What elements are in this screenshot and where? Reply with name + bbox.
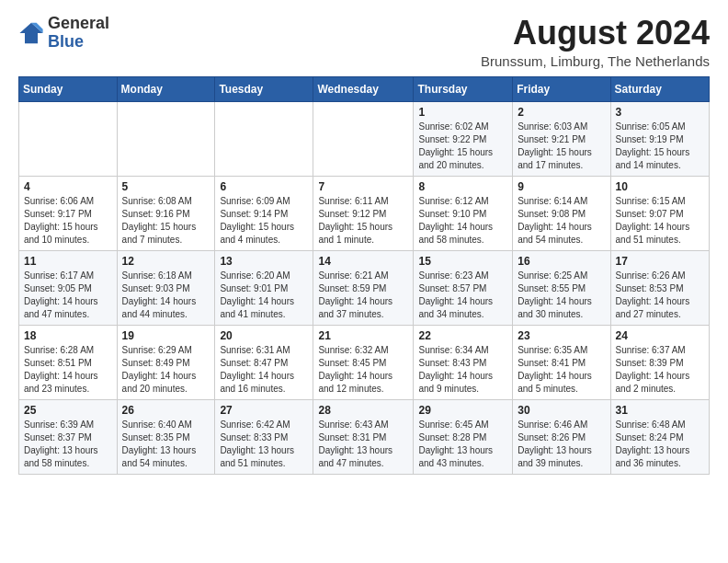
day-info: Sunrise: 6:46 AMSunset: 8:26 PMDaylight:…	[518, 419, 605, 470]
day-info: Sunrise: 6:42 AMSunset: 8:33 PMDaylight:…	[220, 419, 308, 470]
day-number: 30	[518, 404, 605, 417]
day-info: Sunrise: 6:31 AMSunset: 8:47 PMDaylight:…	[220, 344, 308, 396]
day-number: 15	[418, 255, 507, 268]
calendar-day-24: 24Sunrise: 6:37 AMSunset: 8:39 PMDayligh…	[610, 325, 709, 399]
calendar-week-row: 1Sunrise: 6:02 AMSunset: 9:22 PMDaylight…	[19, 101, 710, 176]
title-block: August 2024 Brunssum, Limburg, The Nethe…	[481, 15, 710, 69]
logo-general-text: General	[48, 15, 109, 33]
day-number: 19	[122, 329, 210, 342]
day-number: 5	[122, 180, 210, 193]
day-number: 22	[418, 329, 507, 342]
day-number: 1	[418, 106, 507, 119]
calendar-empty-cell	[215, 101, 313, 176]
weekday-header-tuesday: Tuesday	[215, 76, 313, 101]
calendar-day-27: 27Sunrise: 6:42 AMSunset: 8:33 PMDayligh…	[215, 399, 313, 474]
calendar-day-5: 5Sunrise: 6:08 AMSunset: 9:16 PMDaylight…	[117, 176, 215, 250]
calendar-day-25: 25Sunrise: 6:39 AMSunset: 8:37 PMDayligh…	[19, 399, 118, 474]
day-number: 28	[318, 404, 408, 417]
day-number: 12	[122, 255, 210, 268]
day-number: 16	[518, 255, 605, 268]
calendar-week-row: 25Sunrise: 6:39 AMSunset: 8:37 PMDayligh…	[19, 399, 710, 474]
day-info: Sunrise: 6:15 AMSunset: 9:07 PMDaylight:…	[616, 195, 704, 247]
day-info: Sunrise: 6:17 AMSunset: 9:05 PMDaylight:…	[24, 270, 112, 321]
day-number: 29	[418, 404, 507, 417]
day-number: 3	[616, 106, 704, 119]
calendar-day-22: 22Sunrise: 6:34 AMSunset: 8:43 PMDayligh…	[414, 325, 513, 399]
logo-icon	[18, 20, 44, 46]
calendar-day-31: 31Sunrise: 6:48 AMSunset: 8:24 PMDayligh…	[610, 399, 709, 474]
calendar-empty-cell	[19, 101, 118, 176]
day-number: 20	[220, 329, 308, 342]
calendar-day-14: 14Sunrise: 6:21 AMSunset: 8:59 PMDayligh…	[313, 250, 414, 325]
calendar-day-15: 15Sunrise: 6:23 AMSunset: 8:57 PMDayligh…	[414, 250, 513, 325]
day-info: Sunrise: 6:02 AMSunset: 9:22 PMDaylight:…	[418, 121, 507, 172]
calendar-day-7: 7Sunrise: 6:11 AMSunset: 9:12 PMDaylight…	[313, 176, 414, 250]
day-number: 25	[24, 404, 112, 417]
weekday-header-saturday: Saturday	[610, 76, 709, 101]
calendar-day-2: 2Sunrise: 6:03 AMSunset: 9:21 PMDaylight…	[513, 101, 610, 176]
day-info: Sunrise: 6:40 AMSunset: 8:35 PMDaylight:…	[122, 419, 210, 470]
calendar-day-21: 21Sunrise: 6:32 AMSunset: 8:45 PMDayligh…	[313, 325, 414, 399]
day-number: 2	[518, 106, 605, 119]
calendar-day-23: 23Sunrise: 6:35 AMSunset: 8:41 PMDayligh…	[513, 325, 610, 399]
day-info: Sunrise: 6:43 AMSunset: 8:31 PMDaylight:…	[318, 419, 408, 470]
weekday-header-monday: Monday	[117, 76, 215, 101]
day-number: 9	[518, 180, 605, 193]
calendar-day-12: 12Sunrise: 6:18 AMSunset: 9:03 PMDayligh…	[117, 250, 215, 325]
day-number: 6	[220, 180, 308, 193]
calendar-day-26: 26Sunrise: 6:40 AMSunset: 8:35 PMDayligh…	[117, 399, 215, 474]
day-number: 26	[122, 404, 210, 417]
calendar-week-row: 18Sunrise: 6:28 AMSunset: 8:51 PMDayligh…	[19, 325, 710, 399]
calendar-header-row: SundayMondayTuesdayWednesdayThursdayFrid…	[19, 76, 710, 101]
calendar-empty-cell	[117, 101, 215, 176]
day-number: 21	[318, 329, 408, 342]
day-info: Sunrise: 6:35 AMSunset: 8:41 PMDaylight:…	[518, 344, 605, 396]
calendar-day-18: 18Sunrise: 6:28 AMSunset: 8:51 PMDayligh…	[19, 325, 118, 399]
day-info: Sunrise: 6:21 AMSunset: 8:59 PMDaylight:…	[318, 270, 408, 321]
day-info: Sunrise: 6:39 AMSunset: 8:37 PMDaylight:…	[24, 419, 112, 470]
day-info: Sunrise: 6:18 AMSunset: 9:03 PMDaylight:…	[122, 270, 210, 321]
day-number: 14	[318, 255, 408, 268]
calendar-day-17: 17Sunrise: 6:26 AMSunset: 8:53 PMDayligh…	[610, 250, 709, 325]
day-number: 17	[616, 255, 704, 268]
day-number: 10	[616, 180, 704, 193]
logo: General Blue	[18, 15, 109, 52]
day-info: Sunrise: 6:26 AMSunset: 8:53 PMDaylight:…	[616, 270, 704, 321]
day-info: Sunrise: 6:09 AMSunset: 9:14 PMDaylight:…	[220, 195, 308, 247]
day-info: Sunrise: 6:29 AMSunset: 8:49 PMDaylight:…	[122, 344, 210, 396]
location-subtitle: Brunssum, Limburg, The Netherlands	[481, 53, 710, 69]
calendar-day-28: 28Sunrise: 6:43 AMSunset: 8:31 PMDayligh…	[313, 399, 414, 474]
day-info: Sunrise: 6:28 AMSunset: 8:51 PMDaylight:…	[24, 344, 112, 396]
day-number: 18	[24, 329, 112, 342]
day-info: Sunrise: 6:03 AMSunset: 9:21 PMDaylight:…	[518, 121, 605, 172]
day-info: Sunrise: 6:34 AMSunset: 8:43 PMDaylight:…	[418, 344, 507, 396]
calendar-week-row: 11Sunrise: 6:17 AMSunset: 9:05 PMDayligh…	[19, 250, 710, 325]
calendar-day-13: 13Sunrise: 6:20 AMSunset: 9:01 PMDayligh…	[215, 250, 313, 325]
day-info: Sunrise: 6:32 AMSunset: 8:45 PMDaylight:…	[318, 344, 408, 396]
calendar-day-29: 29Sunrise: 6:45 AMSunset: 8:28 PMDayligh…	[414, 399, 513, 474]
calendar-day-3: 3Sunrise: 6:05 AMSunset: 9:19 PMDaylight…	[610, 101, 709, 176]
calendar-day-16: 16Sunrise: 6:25 AMSunset: 8:55 PMDayligh…	[513, 250, 610, 325]
day-info: Sunrise: 6:11 AMSunset: 9:12 PMDaylight:…	[318, 195, 408, 247]
day-number: 8	[418, 180, 507, 193]
day-number: 11	[24, 255, 112, 268]
calendar-table: SundayMondayTuesdayWednesdayThursdayFrid…	[18, 76, 710, 475]
day-info: Sunrise: 6:06 AMSunset: 9:17 PMDaylight:…	[24, 195, 112, 247]
weekday-header-wednesday: Wednesday	[313, 76, 414, 101]
day-info: Sunrise: 6:08 AMSunset: 9:16 PMDaylight:…	[122, 195, 210, 247]
calendar-week-row: 4Sunrise: 6:06 AMSunset: 9:17 PMDaylight…	[19, 176, 710, 250]
day-number: 4	[24, 180, 112, 193]
weekday-header-friday: Friday	[513, 76, 610, 101]
day-info: Sunrise: 6:12 AMSunset: 9:10 PMDaylight:…	[418, 195, 507, 247]
calendar-day-6: 6Sunrise: 6:09 AMSunset: 9:14 PMDaylight…	[215, 176, 313, 250]
day-info: Sunrise: 6:14 AMSunset: 9:08 PMDaylight:…	[518, 195, 605, 247]
calendar-day-9: 9Sunrise: 6:14 AMSunset: 9:08 PMDaylight…	[513, 176, 610, 250]
day-number: 13	[220, 255, 308, 268]
day-info: Sunrise: 6:20 AMSunset: 9:01 PMDaylight:…	[220, 270, 308, 321]
day-info: Sunrise: 6:05 AMSunset: 9:19 PMDaylight:…	[616, 121, 704, 172]
day-number: 7	[318, 180, 408, 193]
day-info: Sunrise: 6:25 AMSunset: 8:55 PMDaylight:…	[518, 270, 605, 321]
calendar-day-4: 4Sunrise: 6:06 AMSunset: 9:17 PMDaylight…	[19, 176, 118, 250]
calendar-day-10: 10Sunrise: 6:15 AMSunset: 9:07 PMDayligh…	[610, 176, 709, 250]
weekday-header-sunday: Sunday	[19, 76, 118, 101]
